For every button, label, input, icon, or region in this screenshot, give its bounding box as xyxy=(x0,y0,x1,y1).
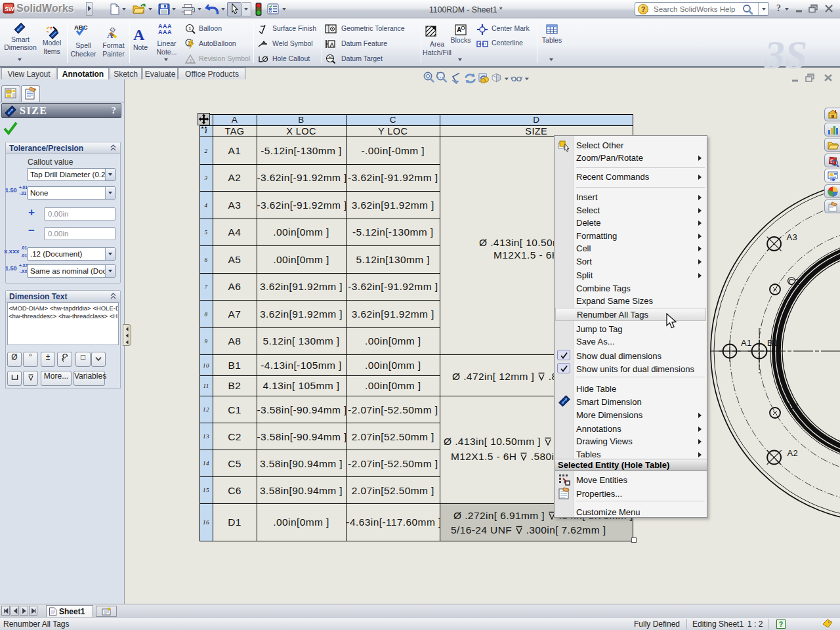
svg-text:AAA: AAA xyxy=(158,29,172,35)
svg-text:A1: A1 xyxy=(741,338,752,348)
svg-text:SW: SW xyxy=(5,6,14,12)
svg-text:A3: A3 xyxy=(787,232,798,242)
svg-text:B1: B1 xyxy=(767,338,778,348)
svg-text:A: A xyxy=(457,26,461,33)
svg-text:C1: C1 xyxy=(788,401,799,411)
svg-text:A: A xyxy=(330,41,335,48)
svg-text:A2: A2 xyxy=(788,448,799,458)
svg-text:A1: A1 xyxy=(329,55,333,59)
svg-text:ABC: ABC xyxy=(74,24,88,31)
svg-text:1: 1 xyxy=(188,26,192,32)
svg-text:1: 1 xyxy=(190,58,193,64)
